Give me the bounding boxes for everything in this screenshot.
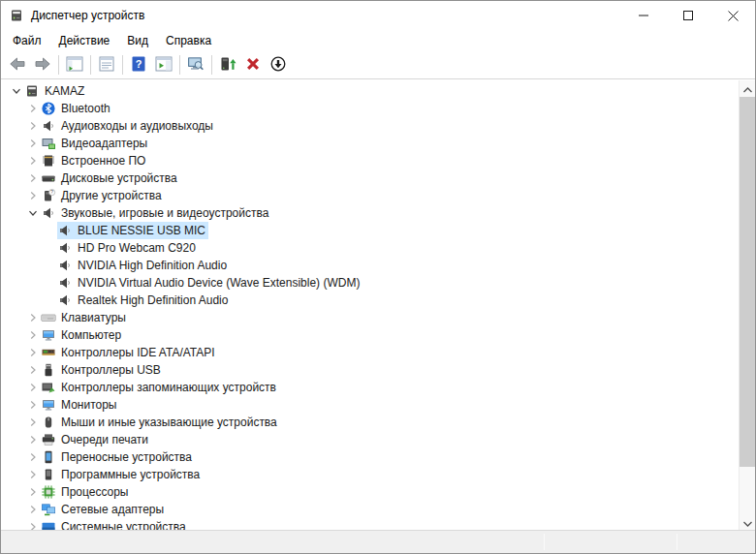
tree-node[interactable]: Процессоры [41,483,132,501]
tree-row[interactable]: ?Другие устройства [1,187,738,204]
tree-row[interactable]: Bluetooth [1,100,738,117]
minimize-button[interactable] [621,1,666,30]
tree-node[interactable]: Переносные устройства [41,448,195,466]
scroll-down-button[interactable] [740,514,755,531]
tree-row[interactable]: Аудиовходы и аудиовыходы [1,117,738,135]
tree-node[interactable]: HD Pro Webcam C920 [57,239,199,257]
forward-button[interactable] [30,53,55,77]
tree-row[interactable]: KAMAZ [1,82,738,100]
maximize-button[interactable] [666,1,710,30]
properties-button[interactable] [94,53,119,77]
usb-controller-icon [41,362,56,378]
scroll-up-button[interactable] [740,80,755,97]
chevron-right-icon[interactable] [25,397,41,413]
chevron-right-icon[interactable] [25,136,41,151]
tree-node[interactable]: Видеоадаптеры [41,135,150,152]
tree-node[interactable]: Аудиовходы и аудиовыходы [41,117,216,135]
tree-row[interactable]: Сетевые адаптеры [1,501,738,518]
mouse-icon [41,415,56,430]
expander-spacer [42,223,57,238]
tree-row[interactable]: HD Pro Webcam C920 [1,239,738,257]
tree-row[interactable]: Встроенное ПО [1,152,738,169]
tree-node-selected[interactable]: BLUE NESSIE USB MIC [57,222,208,239]
chevron-down-icon[interactable] [9,83,24,99]
disable-device-button[interactable] [266,53,291,77]
tree-node-label: Процессоры [61,485,129,499]
chevron-right-icon[interactable] [25,345,41,360]
tree-row[interactable]: NVIDIA Virtual Audio Device (Wave Extens… [1,274,738,292]
chevron-right-icon[interactable] [25,502,41,517]
tree-node[interactable]: Мыши и иные указывающие устройства [41,414,280,431]
menu-item-справка[interactable]: Справка [157,31,220,50]
tree-row[interactable]: Программные устройства [1,466,738,483]
chevron-right-icon[interactable] [25,467,41,482]
tree-node[interactable]: Звуковые, игровые и видеоустройства [41,204,271,222]
chevron-right-icon[interactable] [25,432,41,447]
chevron-right-icon[interactable] [25,449,41,465]
tree-node[interactable]: Контроллеры запоминающих устройств [41,379,279,396]
tree-row[interactable]: Дисковые устройства [1,169,738,187]
device-tree-panel: KAMAZBluetoothАудиовходы и аудиовыходыВи… [1,80,755,531]
tree-node[interactable]: Встроенное ПО [41,152,148,169]
menu-item-действие[interactable]: Действие [50,31,119,50]
tree-node[interactable]: Realtek High Definition Audio [57,292,231,309]
tree-row[interactable]: BLUE NESSIE USB MIC [1,222,738,239]
tree-node[interactable]: KAMAZ [24,82,87,100]
update-driver-button[interactable] [215,53,240,77]
tree-node[interactable]: Программные устройства [41,466,203,483]
chevron-right-icon[interactable] [25,327,41,343]
tree-row[interactable]: Очереди печати [1,431,738,448]
tree-node[interactable]: NVIDIA High Definition Audio [57,257,230,274]
tree-row[interactable]: Переносные устройства [1,448,738,466]
chevron-right-icon[interactable] [25,415,41,430]
scroll-down-icon [743,516,752,530]
chevron-right-icon[interactable] [25,310,41,325]
chevron-right-icon[interactable] [25,118,41,134]
tree-node[interactable]: Контроллеры USB [41,361,164,379]
tree-row[interactable]: Мыши и иные указывающие устройства [1,414,738,431]
console-tree-button[interactable] [62,53,87,77]
tree-row[interactable]: Realtek High Definition Audio [1,292,738,309]
tree-node[interactable]: NVIDIA Virtual Audio Device (Wave Extens… [57,274,362,292]
show-hide-action-pane-button[interactable] [151,53,176,77]
tree-row[interactable]: Контроллеры запоминающих устройств [1,379,738,396]
tree-node[interactable]: Очереди печати [41,431,151,448]
tree-node[interactable]: ?Другие устройства [41,187,165,204]
chevron-right-icon[interactable] [25,101,41,116]
chevron-right-icon[interactable] [25,153,41,169]
menu-item-вид[interactable]: Вид [118,31,157,50]
sound-device-icon [57,292,73,308]
chevron-down-icon[interactable] [25,205,41,221]
tree-row[interactable]: NVIDIA High Definition Audio [1,257,738,274]
tree-row[interactable]: Контроллеры IDE ATA/ATAPI [1,344,738,361]
help-button[interactable]: ? [126,53,151,77]
tree-node[interactable]: Дисковые устройства [41,169,180,187]
tree-node-label: Контроллеры USB [61,363,161,377]
chevron-right-icon[interactable] [25,170,41,186]
tree-row[interactable]: Клавиатуры [1,309,738,326]
tree-node[interactable]: Контроллеры IDE ATA/ATAPI [41,344,218,361]
tree-row[interactable]: Процессоры [1,483,738,501]
chevron-right-icon[interactable] [25,188,41,203]
tree-row[interactable]: Контроллеры USB [1,361,738,379]
tree-node[interactable]: Клавиатуры [41,309,129,326]
vertical-scrollbar[interactable] [739,80,755,531]
scan-hardware-changes-button[interactable] [183,53,208,77]
tree-node[interactable]: Мониторы [41,396,119,414]
chevron-right-icon[interactable] [25,362,41,378]
tree-node[interactable]: Сетевые адаптеры [41,501,167,518]
close-button[interactable] [710,1,755,30]
tree-row[interactable]: Видеоадаптеры [1,135,738,152]
chevron-right-icon[interactable] [25,484,41,500]
ide-controller-icon [41,345,56,360]
menu-item-файл[interactable]: Файл [4,31,50,50]
tree-row[interactable]: Мониторы [1,396,738,414]
tree-node[interactable]: Компьютер [41,326,124,344]
tree-row[interactable]: Компьютер [1,326,738,344]
tree-row[interactable]: Звуковые, игровые и видеоустройства [1,204,738,222]
tree-node[interactable]: Bluetooth [41,100,113,117]
uninstall-device-button[interactable] [240,53,266,77]
chevron-right-icon[interactable] [25,380,41,395]
back-button[interactable] [5,53,30,77]
scrollbar-thumb[interactable] [740,97,755,467]
